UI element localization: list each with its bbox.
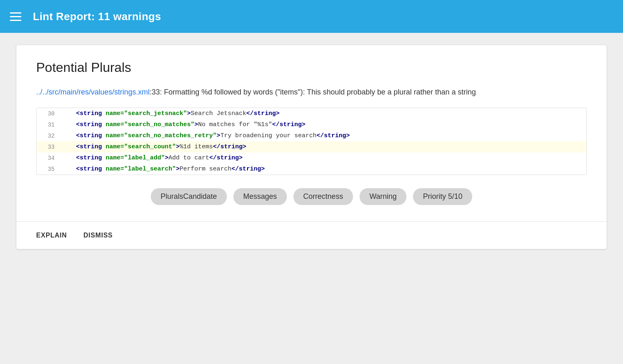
code-content-32: <string name="search_no_matches_retry">T…: [61, 132, 350, 139]
code-block: 30 <string name="search_jetsnack">Search…: [36, 108, 587, 175]
line-number-31: 31: [37, 122, 61, 128]
code-line-34: 34 <string name="label_add">Add to cart<…: [37, 152, 586, 164]
tags-row: PluralsCandidate Messages Correctness Wa…: [36, 188, 587, 205]
chip-priority: Priority 5/10: [413, 188, 472, 205]
chip-correctness: Correctness: [293, 188, 353, 205]
code-content-35: <string name="label_search">Perform sear…: [61, 166, 265, 173]
code-line-31: 31 <string name="search_no_matches">No m…: [37, 119, 586, 130]
line-number-34: 34: [37, 155, 61, 161]
chip-plurals-candidate: PluralsCandidate: [151, 188, 227, 205]
issue-description-text: :33: Formatting %d followed by words ("i…: [150, 88, 476, 96]
line-number-35: 35: [37, 166, 61, 173]
line-number-30: 30: [37, 111, 61, 117]
app-bar: Lint Report: 11 warnings: [0, 0, 623, 33]
code-line-32: 32 <string name="search_no_matches_retry…: [37, 130, 586, 141]
chip-messages: Messages: [233, 188, 287, 205]
section-title: Potential Plurals: [36, 60, 587, 75]
issue-file-link[interactable]: ../../src/main/res/values/strings.xml: [36, 88, 150, 96]
content-area: Potential Plurals ../../src/main/res/val…: [0, 33, 623, 261]
code-line-35: 35 <string name="label_search">Perform s…: [37, 164, 586, 175]
issue-description: ../../src/main/res/values/strings.xml:33…: [36, 87, 587, 98]
code-content-34: <string name="label_add">Add to cart</st…: [61, 154, 242, 161]
code-line-30: 30 <string name="search_jetsnack">Search…: [37, 108, 586, 119]
card-footer: EXPLAIN DISMISS: [16, 221, 607, 249]
menu-icon[interactable]: [10, 12, 21, 21]
code-content-33: <string name="search_count">%1d items</s…: [61, 143, 246, 150]
code-content-31: <string name="search_no_matches">No matc…: [61, 121, 305, 128]
lint-issue-card: Potential Plurals ../../src/main/res/val…: [16, 45, 607, 249]
code-content-30: <string name="search_jetsnack">Search Je…: [61, 110, 279, 117]
line-number-32: 32: [37, 133, 61, 139]
explain-button[interactable]: EXPLAIN: [36, 230, 67, 241]
dismiss-button[interactable]: DISMISS: [83, 230, 113, 241]
line-number-33: 33: [37, 144, 61, 150]
app-bar-title: Lint Report: 11 warnings: [33, 10, 161, 23]
chip-warning: Warning: [360, 188, 406, 205]
code-line-33: 33 <string name="search_count">%1d items…: [37, 141, 586, 152]
card-body: Potential Plurals ../../src/main/res/val…: [16, 45, 607, 221]
